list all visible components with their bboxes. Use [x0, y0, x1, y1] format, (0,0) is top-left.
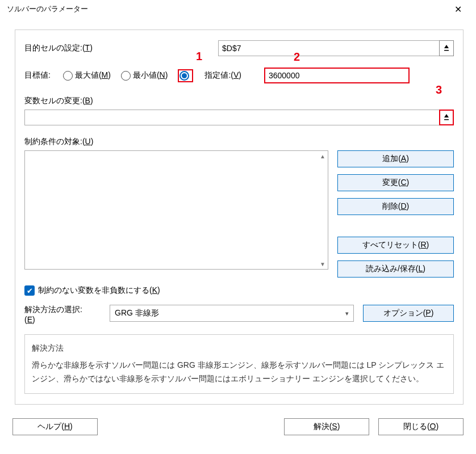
options-button[interactable]: オプション(P) — [363, 305, 454, 322]
svg-rect-1 — [444, 119, 449, 120]
method-description-box: 解決方法 滑らかな非線形を示すソルバー問題には GRG 非線形エンジン、線形を示… — [24, 334, 454, 394]
close-button[interactable]: 閉じる(O) — [378, 418, 464, 435]
nonneg-checkbox[interactable]: ✔ 制約のない変数を非負数にする(K) — [24, 285, 160, 296]
objective-row: 目的セルの設定:(T) — [24, 40, 454, 56]
callout-2: 2 — [294, 51, 300, 64]
reset-button[interactable]: すべてリセット(R) — [337, 237, 454, 254]
valueof-input[interactable] — [264, 68, 410, 83]
loadsave-button[interactable]: 読み込み/保存(L) — [337, 260, 454, 278]
constraint-buttons: 追加(A) 変更(C) 削除(D) すべてリセット(R) 読み込み/保存(L) — [337, 150, 454, 278]
nonneg-row: ✔ 制約のない変数を非負数にする(K) — [24, 285, 454, 296]
desc-body: 滑らかな非線形を示すソルバー問題には GRG 非線形エンジン、線形を示すソルバー… — [32, 359, 446, 386]
method-select[interactable]: GRG 非線形 ▾ — [110, 305, 354, 322]
changing-cells-ref-button[interactable] — [439, 110, 454, 125]
radio-max[interactable]: 最大値(M) — [63, 70, 111, 81]
callout-1: 1 — [196, 50, 202, 63]
desc-title: 解決方法 — [32, 342, 446, 355]
scroll-track — [318, 161, 328, 259]
callout-3: 3 — [436, 83, 442, 96]
close-icon: ✕ — [454, 4, 462, 15]
radio-valueof-label: 指定値:(V) — [204, 70, 241, 81]
add-button[interactable]: 追加(A) — [337, 150, 454, 167]
radio-icon — [121, 71, 131, 81]
main-panel: 1 2 3 目的セルの設定:(T) 目標値: — [15, 30, 464, 405]
radio-icon — [63, 71, 73, 81]
radio-min-label: 最小値(N) — [133, 70, 168, 81]
changing-cells-section: 変数セルの変更:(B) — [24, 96, 454, 125]
change-button[interactable]: 変更(C) — [337, 174, 454, 191]
radio-icon — [179, 71, 189, 81]
radio-valueof[interactable] — [178, 69, 193, 82]
constraints-listbox[interactable]: ▲ ▼ — [24, 150, 328, 270]
objective-cell-input[interactable] — [218, 40, 440, 56]
scroll-down-icon[interactable]: ▼ — [318, 259, 328, 269]
target-label: 目標値: — [24, 70, 51, 81]
target-row: 目標値: 最大値(M) 最小値(N) 指定値:(V) — [24, 68, 454, 83]
radio-max-label: 最大値(M) — [75, 70, 111, 81]
svg-rect-0 — [444, 50, 449, 51]
changing-cells-input[interactable] — [24, 110, 440, 125]
window-close-button[interactable]: ✕ — [446, 1, 469, 18]
chevron-down-icon: ▾ — [345, 310, 349, 317]
objective-cell-ref-button[interactable] — [439, 40, 454, 56]
method-selected-value: GRG 非線形 — [115, 308, 159, 318]
objective-label: 目的セルの設定:(T) — [24, 43, 93, 53]
collapse-dialog-icon — [443, 44, 450, 53]
checkmark-icon: ✔ — [24, 285, 35, 296]
method-row: 解決方法の選択: (E) GRG 非線形 ▾ オプション(P) — [24, 305, 454, 324]
scrollbar[interactable]: ▲ ▼ — [318, 151, 328, 269]
window-title: ソルバーのパラメーター — [7, 4, 446, 14]
footer: ヘルプ(H) 解決(S) 閉じる(O) — [0, 410, 476, 445]
solve-button[interactable]: 解決(S) — [284, 418, 369, 435]
scroll-up-icon[interactable]: ▲ — [318, 151, 328, 161]
collapse-dialog-icon — [443, 113, 450, 123]
constraints-section: 制約条件の対象:(U) ▲ ▼ 追加(A) 変更(C) 削除(D) — [24, 137, 454, 278]
changing-label: 変数セルの変更:(B) — [24, 96, 454, 106]
method-label: 解決方法の選択: (E) — [24, 305, 110, 324]
constraints-label: 制約条件の対象:(U) — [24, 137, 454, 147]
radio-min[interactable]: 最小値(N) — [121, 70, 168, 81]
solver-dialog: ソルバーのパラメーター ✕ 1 2 3 目的セルの設定:(T) — [0, 0, 476, 454]
delete-button[interactable]: 削除(D) — [337, 198, 454, 215]
help-button[interactable]: ヘルプ(H) — [12, 418, 98, 435]
nonneg-label: 制約のない変数を非負数にする(K) — [38, 285, 160, 296]
titlebar: ソルバーのパラメーター ✕ — [0, 0, 476, 18]
